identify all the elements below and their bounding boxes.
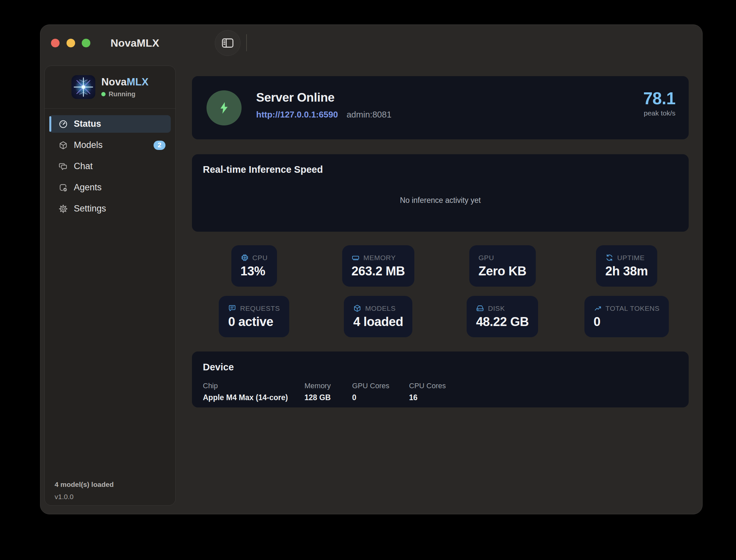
server-status-title: Server Online (256, 91, 391, 105)
stat-value: 2h 38m (605, 264, 648, 278)
uptime-icon (605, 254, 614, 262)
peak-speed: 78.1 peak tok/s (643, 89, 675, 117)
models-loaded-text: 4 model(s) loaded (55, 481, 114, 489)
device-field-label: CPU Cores (409, 382, 446, 390)
stat-tile-cpu: CPU 13% (231, 245, 277, 287)
peak-tokens-label: peak tok/s (643, 109, 675, 117)
inference-empty-message: No inference activity yet (192, 196, 689, 205)
sidebar-item-label: Status (74, 119, 101, 129)
server-online-icon (207, 90, 242, 125)
stat-tile-requests: REQUESTS 0 active (219, 296, 289, 337)
running-status-label: Running (109, 90, 135, 98)
requests-icon (228, 304, 236, 312)
sidebar-nav: Status Models 2 (45, 109, 175, 217)
admin-port-text: admin:8081 (346, 110, 391, 120)
stat-label: REQUESTS (240, 304, 280, 312)
server-url-link[interactable]: http://127.0.0.1:6590 (256, 110, 338, 120)
stat-tile-models: MODELS 4 loaded (344, 296, 412, 337)
stat-value: 263.2 MB (351, 264, 405, 278)
device-card-title: Device (203, 362, 678, 373)
device-field-label: Memory (304, 382, 352, 390)
device-field-chip: Chip Apple M4 Max (14-core) (203, 382, 304, 402)
device-field-memory: Memory 128 GB (304, 382, 352, 402)
peak-tokens-value: 78.1 (643, 89, 675, 108)
stat-value: 13% (241, 264, 268, 278)
tokens-chart-icon (594, 304, 602, 312)
inference-card-title: Real-time Inference Speed (203, 164, 323, 175)
agent-check-icon (59, 183, 68, 192)
stat-tile-memory: MEMORY 263.2 MB (342, 245, 414, 287)
sidebar-item-agents[interactable]: Agents (49, 179, 171, 196)
sidebar-footer: 4 model(s) loaded v1.0.0 (55, 481, 114, 501)
cpu-icon (241, 254, 249, 262)
stat-tile-uptime: UPTIME 2h 38m (596, 245, 657, 287)
sidebar-item-label: Models (74, 140, 103, 150)
minimize-button[interactable] (67, 39, 75, 47)
zoom-button[interactable] (82, 39, 90, 47)
models-count-badge: 2 (154, 141, 165, 150)
stat-tile-gpu: GPU Zero KB (469, 245, 536, 287)
disk-icon (476, 304, 484, 312)
sidebar-item-status[interactable]: Status (49, 115, 171, 133)
server-status-card: Server Online http://127.0.0.1:6590 admi… (192, 76, 689, 139)
package-icon (59, 141, 68, 150)
stat-label: MEMORY (363, 254, 396, 262)
sidebar-item-label: Agents (74, 182, 102, 193)
stat-value: 0 active (228, 315, 280, 329)
stat-value: 4 loaded (353, 315, 403, 329)
app-identity: NovaMLX Running (101, 76, 149, 98)
chat-bubbles-icon (59, 162, 68, 171)
sidebar-item-settings[interactable]: Settings (49, 200, 171, 217)
sidebar-header: NovaMLX Running (45, 66, 175, 108)
main-content: Server Online http://127.0.0.1:6590 admi… (192, 25, 689, 407)
memory-icon (351, 254, 360, 262)
app-window: NovaMLX (40, 24, 703, 514)
stat-label: DISK (488, 304, 505, 312)
stat-label: TOTAL TOKENS (606, 304, 660, 312)
device-field-value: 0 (352, 393, 409, 402)
models-icon (353, 304, 361, 312)
app-logo (71, 75, 95, 99)
stat-tile-total-tokens: TOTAL TOKENS 0 (584, 296, 669, 337)
stat-label: MODELS (365, 304, 395, 312)
device-card: Device Chip Apple M4 Max (14-core) Memor… (192, 351, 689, 407)
device-field-gpu-cores: GPU Cores 0 (352, 382, 409, 402)
stat-value: 0 (594, 315, 660, 329)
app-status: Running (101, 90, 149, 98)
desktop-background: { "window": { "title": "NovaMLX" }, "sid… (0, 0, 736, 560)
app-version: v1.0.0 (55, 493, 114, 501)
stats-row-2: REQUESTS 0 active MODELS 4 loaded (192, 296, 689, 337)
stat-label: GPU (479, 254, 494, 262)
sidebar-item-label: Settings (74, 204, 106, 214)
stat-label: UPTIME (617, 254, 645, 262)
sidebar: NovaMLX Running (44, 66, 176, 506)
device-field-label: GPU Cores (352, 382, 409, 390)
sidebar-item-chat[interactable]: Chat (49, 158, 171, 175)
device-field-value: Apple M4 Max (14-core) (203, 393, 304, 402)
device-field-cpu-cores: CPU Cores 16 (409, 382, 446, 402)
stat-value: Zero KB (479, 264, 527, 278)
sidebar-item-models[interactable]: Models 2 (49, 136, 171, 154)
window-title: NovaMLX (111, 37, 159, 49)
device-field-value: 128 GB (304, 393, 352, 402)
stats-row-1: CPU 13% MEMORY 263.2 MB (192, 245, 689, 287)
stat-value: 48.22 GB (476, 315, 529, 329)
sidebar-item-label: Chat (74, 161, 93, 171)
device-field-value: 16 (409, 393, 446, 402)
device-field-label: Chip (203, 382, 304, 390)
app-name-accent: MLX (127, 76, 149, 88)
inference-speed-card: Real-time Inference Speed No inference a… (192, 154, 689, 232)
running-status-dot (101, 92, 106, 96)
stat-label: CPU (253, 254, 268, 262)
app-name: NovaMLX (101, 76, 149, 88)
gauge-icon (59, 119, 68, 129)
close-button[interactable] (51, 39, 60, 47)
gear-icon (59, 204, 68, 213)
server-info: Server Online http://127.0.0.1:6590 admi… (256, 91, 391, 120)
stat-tile-disk: DISK 48.22 GB (467, 296, 538, 337)
